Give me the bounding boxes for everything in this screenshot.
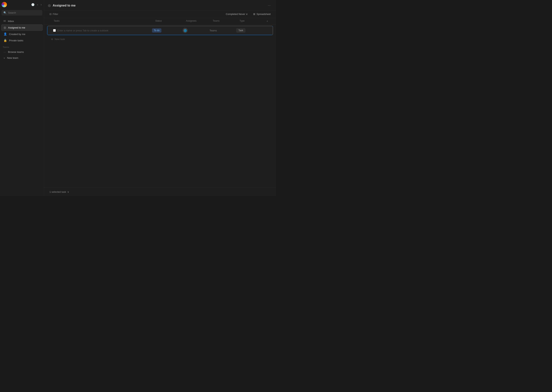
new-task-label: New task <box>55 38 65 41</box>
sidebar-item-label: Private tasks <box>9 39 23 42</box>
task-assignee-cell: 🌐 <box>181 26 208 35</box>
sidebar-nav: ✉ Inbox ◎ Assigned to me 👤 Created by me… <box>0 17 44 196</box>
table-row: To do 🌐 Teams Task <box>47 26 273 35</box>
sidebar-item-created-by-me[interactable]: 👤 Created by me <box>1 31 43 37</box>
task-type-cell: Task <box>234 26 261 35</box>
col-status: Status <box>153 18 184 25</box>
search-label: Search <box>8 11 16 14</box>
selected-task-button[interactable]: 1 selected task ∨ <box>48 190 71 194</box>
teams-section-label: Teams <box>0 44 44 49</box>
task-table: Tasks Status Assignees Teams Type + To d… <box>44 18 276 188</box>
history-button[interactable]: 🕐 <box>30 2 35 7</box>
search-bar[interactable]: 🔍 Search <box>1 10 42 15</box>
task-checkbox[interactable] <box>53 29 56 32</box>
col-type: Type <box>238 18 264 25</box>
task-teams-cell: Teams <box>208 27 234 34</box>
status-bar: 1 selected task ∨ <box>44 188 276 196</box>
search-icon: 🔍 <box>3 11 7 14</box>
spreadsheet-button[interactable]: ⊞ Spreadsheet <box>252 12 272 16</box>
dots-icon: ··· <box>3 50 6 53</box>
sidebar-item-label: Inbox <box>8 20 14 23</box>
type-badge[interactable]: Task <box>236 28 245 33</box>
sidebar-item-label: Created by me <box>9 33 25 35</box>
page-title-row: ◎ Assigned to me <box>48 3 75 7</box>
add-column-cell: + <box>264 18 272 25</box>
chevron-down-icon: ∨ <box>67 190 69 193</box>
task-extra-cell <box>261 28 269 32</box>
page-icon: ◎ <box>48 3 51 7</box>
sidebar-item-inbox[interactable]: ✉ Inbox <box>1 18 43 24</box>
forward-button[interactable]: › <box>40 2 42 7</box>
assigned-icon: ◎ <box>4 26 6 29</box>
sidebar-item-new-team[interactable]: + New team <box>1 55 43 61</box>
col-teams: Teams <box>211 18 238 25</box>
teams-label: Teams <box>210 29 217 32</box>
sidebar-item-label: New team <box>7 56 18 59</box>
assignee-avatar[interactable]: 🌐 <box>183 28 188 33</box>
task-name-cell <box>51 27 150 34</box>
new-task-button[interactable]: ⊕ New task <box>44 36 276 42</box>
table-header: Tasks Status Assignees Teams Type + <box>44 18 276 25</box>
sidebar-top: 🕐 ‹ › <box>0 0 44 9</box>
more-options-button[interactable]: ··· <box>266 3 272 8</box>
lock-icon: 🔒 <box>3 39 7 42</box>
sidebar-item-private-tasks[interactable]: 🔒 Private tasks <box>1 37 43 43</box>
sidebar: 🕐 ‹ › 🔍 Search ✉ Inbox ◎ Assigned to me … <box>0 0 44 196</box>
app-logo[interactable] <box>1 2 7 7</box>
sidebar-top-controls: 🕐 ‹ › <box>30 2 42 7</box>
sidebar-item-assigned-to-me[interactable]: ◎ Assigned to me <box>1 24 43 31</box>
col-assignees: Assignees <box>184 18 211 25</box>
selected-task-label: 1 selected task <box>50 190 66 193</box>
completed-label: Completed Never <box>226 13 245 15</box>
page-title: Assigned to me <box>53 4 75 7</box>
task-status-cell[interactable]: To do <box>150 26 181 35</box>
filter-icon: ⊟ <box>50 13 51 15</box>
created-icon: 👤 <box>3 32 7 36</box>
chevron-down-icon: ∨ <box>246 13 248 15</box>
spreadsheet-icon: ⊞ <box>253 13 255 15</box>
toolbar-right: Completed Never ∨ ⊞ Spreadsheet <box>224 12 272 16</box>
sidebar-item-label: Assigned to me <box>8 26 25 29</box>
completed-button[interactable]: Completed Never ∨ <box>224 12 249 16</box>
spreadsheet-label: Spreadsheet <box>256 13 271 15</box>
toolbar: ⊟ Filter Completed Never ∨ ⊞ Spreadsheet <box>44 10 276 18</box>
sidebar-item-label: Browse teams <box>8 50 24 53</box>
plus-icon: + <box>3 56 5 60</box>
sidebar-item-browse-teams[interactable]: ··· Browse teams <box>1 49 43 55</box>
back-button[interactable]: ‹ <box>36 2 39 7</box>
filter-label: Filter <box>53 13 58 15</box>
inbox-icon: ✉ <box>3 19 6 23</box>
add-column-button[interactable]: + <box>266 20 268 23</box>
new-task-icon: ⊕ <box>51 38 53 41</box>
col-tasks: Tasks <box>48 18 153 25</box>
task-name-input[interactable] <box>57 29 148 32</box>
filter-button[interactable]: ⊟ Filter <box>48 12 60 16</box>
main-header: ◎ Assigned to me ··· <box>44 0 276 10</box>
status-badge[interactable]: To do <box>152 28 161 33</box>
main-content: ◎ Assigned to me ··· ⊟ Filter Completed … <box>44 0 276 196</box>
